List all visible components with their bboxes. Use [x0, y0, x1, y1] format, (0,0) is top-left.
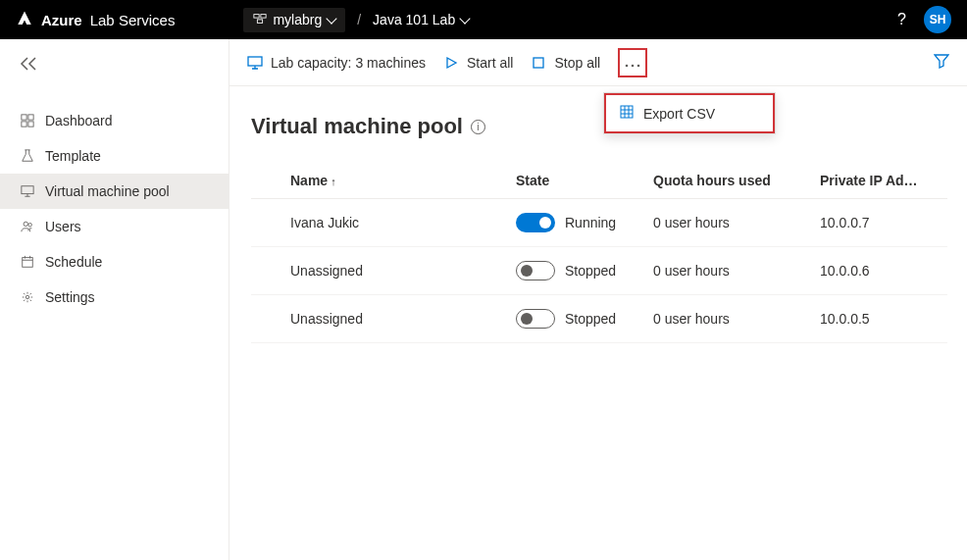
breadcrumb-rg-label: mylabrg — [273, 12, 322, 27]
svg-point-14 — [626, 64, 629, 67]
column-quota-label: Quota hours used — [653, 173, 771, 188]
flask-icon — [20, 148, 35, 164]
users-icon — [20, 219, 35, 234]
export-csv-label: Export CSV — [643, 106, 715, 122]
column-name[interactable]: Name↑ — [290, 173, 516, 188]
lab-capacity-button[interactable]: Lab capacity: 3 machines — [247, 55, 426, 71]
table-row[interactable]: Unassigned Stopped 0 user hours 10.0.0.6 — [251, 247, 947, 295]
cell-quota: 0 user hours — [653, 311, 820, 327]
start-all-button[interactable]: Start all — [443, 55, 513, 71]
sidebar-item-settings[interactable]: Settings — [0, 280, 229, 315]
sidebar-item-label: Template — [45, 148, 101, 164]
svg-rect-12 — [248, 57, 262, 66]
azure-logo-icon — [16, 10, 33, 30]
svg-rect-7 — [22, 186, 33, 194]
breadcrumb-separator: / — [357, 12, 361, 27]
vm-state-toggle[interactable] — [516, 309, 555, 329]
toolbar-start-all-label: Start all — [467, 55, 513, 71]
svg-rect-17 — [621, 106, 633, 118]
cell-ip: 10.0.0.6 — [820, 263, 947, 279]
help-icon[interactable]: ? — [897, 11, 906, 28]
sidebar-item-label: Users — [45, 219, 81, 234]
resource-group-icon — [253, 12, 267, 28]
cell-state: Stopped — [565, 311, 616, 327]
sidebar-item-schedule[interactable]: Schedule — [0, 244, 229, 280]
vm-state-toggle[interactable] — [516, 213, 555, 232]
svg-rect-10 — [23, 258, 33, 268]
svg-rect-3 — [22, 115, 26, 120]
toolbar: Lab capacity: 3 machines Start all Stop … — [229, 39, 967, 86]
play-icon — [443, 55, 459, 71]
table-header: Name↑ State Quota hours used Private IP … — [251, 163, 947, 199]
sidebar-item-label: Virtual machine pool — [45, 183, 170, 199]
cell-state: Running — [565, 215, 616, 230]
svg-rect-0 — [254, 14, 259, 18]
svg-point-16 — [637, 64, 640, 67]
sidebar-item-template[interactable]: Template — [0, 138, 229, 174]
monitor-icon — [247, 55, 263, 71]
cell-name: Unassigned — [290, 311, 516, 327]
sidebar-item-label: Schedule — [45, 254, 102, 270]
calendar-icon — [20, 254, 35, 270]
more-actions-button[interactable] — [618, 48, 647, 77]
column-quota[interactable]: Quota hours used — [653, 173, 820, 188]
sidebar: Dashboard Template Virtual machine pool … — [0, 39, 229, 560]
export-csv-menu-item[interactable]: Export CSV — [604, 93, 775, 133]
brand[interactable]: Azure Lab Services — [16, 10, 175, 30]
brand-rest: Lab Services — [90, 12, 176, 28]
column-state[interactable]: State — [516, 173, 653, 188]
svg-point-15 — [632, 64, 635, 67]
svg-rect-1 — [261, 14, 266, 18]
toolbar-stop-all-label: Stop all — [554, 55, 600, 71]
svg-rect-4 — [28, 115, 33, 120]
monitor-icon — [20, 183, 35, 199]
stop-icon — [531, 55, 546, 71]
cell-quota: 0 user hours — [653, 263, 820, 279]
sidebar-item-label: Dashboard — [45, 113, 113, 128]
column-name-label: Name — [290, 173, 328, 188]
svg-point-11 — [25, 295, 29, 299]
table-row[interactable]: Ivana Jukic Running 0 user hours 10.0.0.… — [251, 199, 947, 247]
breadcrumb-lab[interactable]: Java 101 Lab — [373, 12, 469, 27]
avatar[interactable]: SH — [924, 6, 951, 33]
collapse-sidebar-button[interactable] — [20, 57, 229, 74]
vm-state-toggle[interactable] — [516, 261, 555, 280]
breadcrumb-resource-group[interactable]: mylabrg — [243, 8, 345, 32]
cell-name: Unassigned — [290, 263, 516, 279]
cell-ip: 10.0.0.7 — [820, 215, 947, 230]
cell-name: Ivana Jukic — [290, 215, 516, 230]
page-title-text: Virtual machine pool — [251, 114, 463, 139]
svg-rect-2 — [258, 19, 263, 23]
chevron-down-icon — [327, 13, 337, 24]
svg-rect-5 — [22, 122, 26, 127]
cell-ip: 10.0.0.5 — [820, 311, 947, 327]
info-icon[interactable]: i — [471, 120, 485, 134]
breadcrumb-lab-label: Java 101 Lab — [373, 12, 455, 27]
more-actions-menu: Export CSV — [603, 92, 776, 134]
gear-icon — [20, 289, 35, 305]
vm-table: Name↑ State Quota hours used Private IP … — [251, 163, 947, 343]
cell-state: Stopped — [565, 263, 616, 279]
sidebar-item-vm-pool[interactable]: Virtual machine pool — [0, 174, 229, 209]
sidebar-item-users[interactable]: Users — [0, 209, 229, 244]
column-ip-label: Private IP Ad… — [820, 173, 918, 188]
table-row[interactable]: Unassigned Stopped 0 user hours 10.0.0.5 — [251, 295, 947, 343]
page-title: Virtual machine pool i — [251, 114, 947, 139]
stop-all-button[interactable]: Stop all — [531, 55, 600, 71]
svg-rect-6 — [28, 122, 33, 127]
column-ip[interactable]: Private IP Ad… — [820, 173, 947, 188]
column-state-label: State — [516, 173, 549, 188]
toolbar-capacity-label: Lab capacity: 3 machines — [271, 55, 426, 71]
svg-point-8 — [24, 222, 27, 226]
ellipsis-icon — [625, 55, 640, 71]
avatar-initials: SH — [930, 13, 946, 26]
sort-asc-icon: ↑ — [331, 176, 336, 187]
table-icon — [620, 105, 634, 122]
cell-quota: 0 user hours — [653, 215, 820, 230]
filter-button[interactable] — [934, 53, 949, 72]
svg-rect-13 — [534, 58, 543, 68]
sidebar-item-dashboard[interactable]: Dashboard — [0, 103, 229, 138]
dashboard-icon — [20, 113, 35, 128]
chevron-down-icon — [460, 13, 471, 24]
brand-bold: Azure — [41, 12, 82, 28]
